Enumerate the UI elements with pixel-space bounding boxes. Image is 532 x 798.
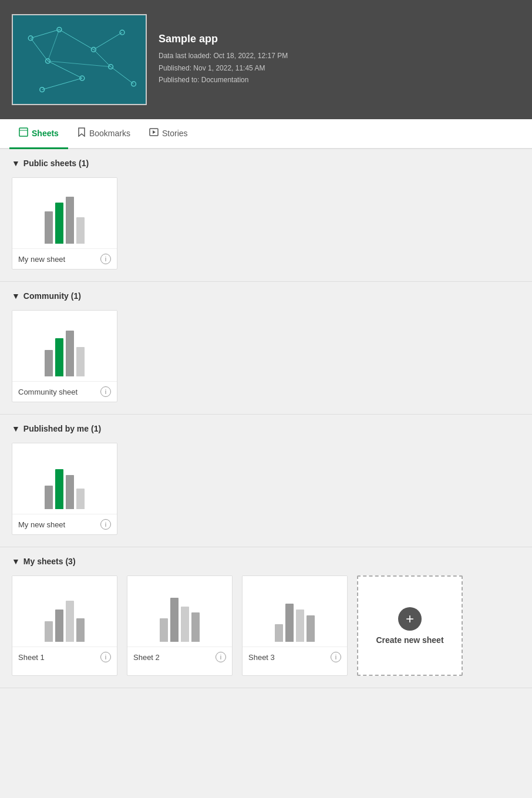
- bar: [66, 601, 74, 642]
- sheets-grid-published-by-me: My new sheeti: [12, 443, 520, 535]
- published-date: Published: Nov 1, 2022, 11:45 AM: [159, 62, 288, 74]
- bar: [160, 618, 168, 642]
- sheet-card[interactable]: My new sheeti: [12, 177, 117, 270]
- bar: [275, 624, 283, 642]
- sheet-card-label: Sheet 1i: [12, 647, 117, 667]
- sheet-card[interactable]: Sheet 2i: [127, 575, 233, 676]
- bar: [45, 350, 53, 376]
- sheet-card-label: My new sheeti: [12, 248, 117, 269]
- bar: [55, 203, 63, 244]
- tab-bookmarks[interactable]: Bookmarks: [68, 119, 140, 149]
- sheet-name: Community sheet: [18, 388, 78, 396]
- sheet-thumbnail: [12, 178, 117, 248]
- sheet-thumbnail: [12, 576, 117, 647]
- bar: [76, 217, 85, 244]
- section-header-community[interactable]: ▼ Community (1): [12, 291, 520, 301]
- info-icon[interactable]: i: [100, 652, 111, 662]
- section-header-my-sheets[interactable]: ▼ My sheets (3): [12, 557, 520, 566]
- section-title: Community (1): [23, 291, 81, 301]
- create-new-sheet-label: Create new sheet: [376, 635, 443, 645]
- sheet-name: Sheet 1: [18, 653, 45, 662]
- bar: [45, 621, 53, 642]
- section-header-public-sheets[interactable]: ▼ Public sheets (1): [12, 159, 520, 168]
- bar-chart: [160, 595, 200, 642]
- content-area: ▼ Public sheets (1)My new sheeti▼ Commun…: [0, 149, 532, 688]
- bar: [307, 615, 315, 642]
- sheet-card[interactable]: Community sheeti: [12, 310, 117, 402]
- tabs-bar: Sheets Bookmarks Stories: [0, 119, 532, 149]
- section-header-published-by-me[interactable]: ▼ Published by me (1): [12, 424, 520, 433]
- sheets-grid-community: Community sheeti: [12, 310, 520, 402]
- bar-chart: [45, 329, 85, 376]
- app-header: Sample app Data last loaded: Oct 18, 202…: [0, 0, 532, 119]
- stories-icon: [149, 127, 159, 139]
- svg-marker-23: [153, 130, 156, 134]
- info-icon[interactable]: i: [331, 652, 341, 662]
- bar-chart: [45, 462, 85, 509]
- bar: [45, 211, 53, 244]
- sheet-card-label: Sheet 3i: [243, 647, 347, 667]
- sheet-name: My new sheet: [18, 255, 65, 264]
- sheets-grid-my-sheets: Sheet 1iSheet 2iSheet 3i+Create new shee…: [12, 575, 520, 676]
- chevron-icon: ▼: [12, 424, 20, 433]
- sheets-icon: [19, 127, 28, 139]
- published-to: Published to: Documentation: [159, 74, 288, 86]
- bar-chart: [45, 595, 85, 642]
- chevron-icon: ▼: [12, 291, 20, 301]
- sheets-grid-public-sheets: My new sheeti: [12, 177, 520, 270]
- bar: [66, 331, 74, 376]
- bar: [66, 475, 74, 509]
- chevron-icon: ▼: [12, 159, 20, 168]
- section-public-sheets: ▼ Public sheets (1)My new sheeti: [0, 149, 532, 282]
- bar: [55, 610, 63, 642]
- bar: [191, 612, 200, 642]
- bar: [45, 486, 53, 509]
- sheet-card[interactable]: My new sheeti: [12, 443, 117, 535]
- app-thumbnail: [12, 14, 147, 105]
- section-title: Published by me (1): [23, 424, 101, 433]
- app-meta: Sample app Data last loaded: Oct 18, 202…: [159, 33, 288, 86]
- bar: [76, 618, 85, 642]
- section-my-sheets: ▼ My sheets (3)Sheet 1iSheet 2iSheet 3i+…: [0, 547, 532, 688]
- svg-rect-0: [14, 15, 145, 104]
- tab-sheets[interactable]: Sheets: [9, 119, 68, 149]
- tab-stories[interactable]: Stories: [140, 119, 197, 149]
- section-title: My sheets (3): [23, 557, 76, 566]
- sheet-thumbnail: [12, 311, 117, 381]
- info-icon[interactable]: i: [216, 652, 226, 662]
- info-icon[interactable]: i: [100, 254, 111, 264]
- sheet-card[interactable]: Sheet 1i: [12, 575, 117, 676]
- info-icon[interactable]: i: [100, 519, 111, 530]
- sheet-card-label: Community sheeti: [12, 381, 117, 402]
- sheet-thumbnail: [243, 576, 347, 647]
- create-new-sheet-card[interactable]: +Create new sheet: [357, 575, 463, 676]
- section-published-by-me: ▼ Published by me (1)My new sheeti: [0, 415, 532, 547]
- bar-chart: [45, 197, 85, 244]
- info-icon[interactable]: i: [100, 386, 111, 397]
- bar: [181, 607, 189, 642]
- bar: [170, 598, 179, 642]
- sheet-thumbnail: [12, 443, 117, 514]
- sheet-name: My new sheet: [18, 520, 65, 529]
- sheet-card-label: Sheet 2i: [127, 647, 232, 667]
- tab-stories-label: Stories: [162, 129, 188, 138]
- bar-chart: [275, 595, 315, 642]
- app-title: Sample app: [159, 33, 288, 45]
- sheet-name: Sheet 2: [133, 653, 160, 662]
- chevron-icon: ▼: [12, 557, 20, 566]
- sheet-card-label: My new sheeti: [12, 514, 117, 534]
- bar: [76, 489, 85, 509]
- sheet-name: Sheet 3: [248, 653, 275, 662]
- section-title: Public sheets (1): [23, 159, 89, 168]
- sheet-card[interactable]: Sheet 3i: [242, 575, 348, 676]
- bar: [66, 197, 74, 244]
- bar: [55, 469, 63, 509]
- bar: [55, 338, 63, 376]
- create-plus-icon: +: [398, 607, 422, 631]
- data-last-loaded: Data last loaded: Oct 18, 2022, 12:17 PM: [159, 50, 288, 62]
- bar: [285, 604, 294, 642]
- section-community: ▼ Community (1)Community sheeti: [0, 282, 532, 415]
- sheet-thumbnail: [127, 576, 232, 647]
- bar: [76, 347, 85, 376]
- tab-bookmarks-label: Bookmarks: [89, 129, 130, 138]
